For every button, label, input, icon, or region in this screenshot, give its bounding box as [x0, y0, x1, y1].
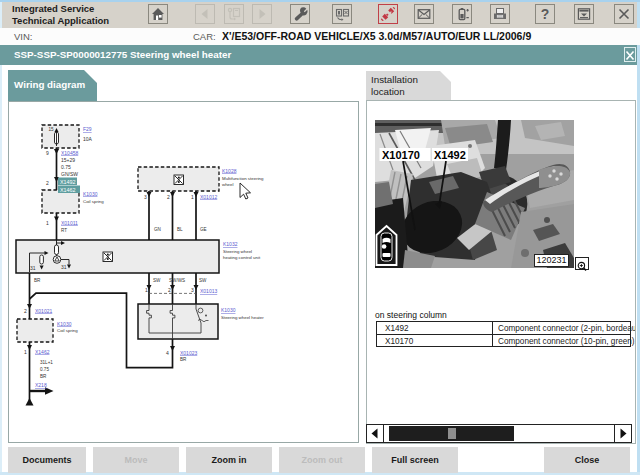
svg-text:X01013: X01013 [200, 288, 217, 294]
svg-text:GE: GE [200, 227, 207, 232]
svg-text:1: 1 [191, 194, 194, 200]
svg-text:Coil spring: Coil spring [83, 199, 104, 204]
svg-text:X218: X218 [35, 382, 47, 388]
svg-text:BR: BR [40, 374, 47, 379]
svg-text:2: 2 [168, 287, 171, 293]
svg-text:0.75: 0.75 [61, 164, 71, 170]
svg-text:BR: BR [180, 357, 187, 362]
svg-text:1: 1 [46, 220, 49, 226]
svg-text:15: 15 [49, 127, 55, 132]
svg-text:3: 3 [144, 194, 147, 200]
svg-text:31L+1: 31L+1 [40, 360, 53, 365]
svg-text:K1030: K1030 [221, 307, 236, 313]
svg-text:SW: SW [199, 278, 207, 283]
svg-text:X10458: X10458 [61, 150, 78, 156]
svg-text:2: 2 [46, 180, 49, 186]
svg-text:X1492: X1492 [60, 179, 76, 185]
svg-text:X1492: X1492 [434, 149, 466, 161]
svg-text:K1032: K1032 [223, 241, 238, 247]
svg-text:31: 31 [30, 265, 36, 271]
svg-text:BR: BR [34, 278, 41, 283]
svg-text:4: 4 [166, 350, 169, 356]
svg-text:2: 2 [167, 194, 170, 200]
svg-text:X01012: X01012 [200, 194, 217, 200]
svg-text:1: 1 [24, 349, 27, 355]
svg-text:GN/SW: GN/SW [61, 171, 78, 177]
svg-text:1: 1 [145, 287, 148, 293]
svg-text:Coil spring: Coil spring [57, 328, 78, 333]
svg-text:9: 9 [46, 150, 49, 156]
svg-text:BL: BL [177, 227, 183, 232]
svg-text:SW: SW [153, 278, 161, 283]
svg-text:RT: RT [61, 228, 67, 233]
svg-text:K1028: K1028 [222, 168, 237, 174]
svg-text:3: 3 [191, 287, 194, 293]
svg-text:X01023: X01023 [180, 350, 197, 356]
svg-text:K1030: K1030 [57, 321, 72, 327]
svg-text:Steering wheel: Steering wheel [223, 249, 252, 254]
svg-text:15+29: 15+29 [61, 157, 75, 163]
svg-text:2: 2 [24, 308, 27, 314]
svg-text:Multifunction steering: Multifunction steering [222, 176, 264, 181]
svg-text:Steering wheel heater: Steering wheel heater [221, 315, 264, 320]
svg-text:GN: GN [154, 227, 161, 232]
svg-text:X10170: X10170 [382, 149, 420, 161]
svg-text:0.75: 0.75 [40, 367, 49, 372]
svg-text:X01021: X01021 [35, 308, 52, 314]
svg-text:wheel: wheel [222, 182, 233, 187]
svg-text:X1462: X1462 [35, 349, 50, 355]
svg-text:SW/WS: SW/WS [169, 278, 185, 283]
svg-text:X1462: X1462 [60, 187, 76, 193]
svg-text:?: ? [541, 6, 550, 22]
svg-text:heating control unit: heating control unit [223, 255, 261, 260]
svg-text:K1030: K1030 [83, 191, 98, 197]
svg-text:F29: F29 [83, 126, 92, 132]
svg-text:10A: 10A [83, 136, 93, 142]
svg-text:31: 31 [61, 264, 67, 270]
svg-text:X01011: X01011 [61, 220, 78, 226]
